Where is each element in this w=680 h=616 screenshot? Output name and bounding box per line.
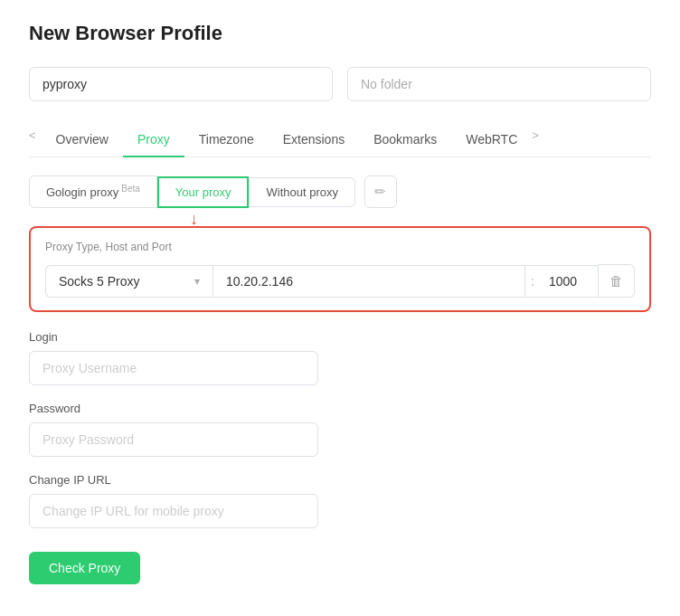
arrow-indicator: ↓: [190, 210, 198, 229]
delete-proxy-btn[interactable]: 🗑: [599, 264, 635, 298]
trash-icon: 🗑: [609, 273, 623, 289]
proxy-type-value: Socks 5 Proxy: [59, 274, 139, 289]
proxy-selector-row: Gologin proxyBeta Your proxy Without pro…: [29, 175, 651, 208]
password-field-group: Password: [29, 402, 651, 457]
check-proxy-button[interactable]: Check Proxy: [29, 552, 140, 584]
tab-bookmarks[interactable]: Bookmarks: [359, 123, 451, 157]
your-proxy-btn[interactable]: Your proxy: [157, 176, 250, 208]
profile-name-input[interactable]: [29, 67, 333, 101]
tab-extensions[interactable]: Extensions: [269, 123, 359, 157]
password-label: Password: [29, 402, 651, 415]
proxy-type-dropdown[interactable]: Socks 5 Proxy ▾: [45, 265, 212, 298]
beta-badge: Beta: [121, 184, 140, 194]
login-label: Login: [29, 330, 651, 344]
edit-icon-btn[interactable]: ✏: [364, 175, 397, 208]
tab-right-arrow[interactable]: >: [532, 128, 544, 151]
proxy-host-row: Socks 5 Proxy ▾ : 🗑: [45, 264, 635, 298]
edit-icon: ✏: [374, 184, 386, 200]
top-inputs-row: [29, 67, 651, 101]
without-proxy-btn[interactable]: Without proxy: [249, 177, 354, 207]
proxy-host-input[interactable]: [212, 265, 525, 298]
colon-separator: :: [525, 265, 540, 298]
chevron-down-icon: ▾: [194, 275, 200, 288]
tab-left-arrow[interactable]: <: [29, 128, 42, 151]
folder-input[interactable]: [347, 67, 651, 101]
tabs-row: < Overview Proxy Timezone Extensions Boo…: [29, 123, 651, 157]
proxy-port-input[interactable]: [540, 265, 599, 298]
change-ip-label: Change IP URL: [29, 473, 651, 487]
login-field-group: Login: [29, 330, 651, 385]
page-container: New Browser Profile < Overview Proxy Tim…: [0, 0, 680, 616]
proxy-password-input[interactable]: [29, 422, 318, 457]
change-ip-field-group: Change IP URL: [29, 473, 651, 528]
tab-proxy[interactable]: Proxy: [123, 123, 184, 157]
section-label: Proxy Type, Host and Port: [45, 241, 635, 253]
tab-webrtc[interactable]: WebRTC: [451, 123, 532, 157]
page-title: New Browser Profile: [29, 22, 651, 45]
tab-overview[interactable]: Overview: [42, 123, 123, 157]
proxy-username-input[interactable]: [29, 351, 318, 385]
proxy-type-section: Proxy Type, Host and Port Socks 5 Proxy …: [29, 226, 651, 312]
gologin-proxy-btn[interactable]: Gologin proxyBeta: [29, 175, 157, 207]
tab-timezone[interactable]: Timezone: [184, 123, 269, 157]
change-ip-url-input[interactable]: [29, 494, 318, 528]
